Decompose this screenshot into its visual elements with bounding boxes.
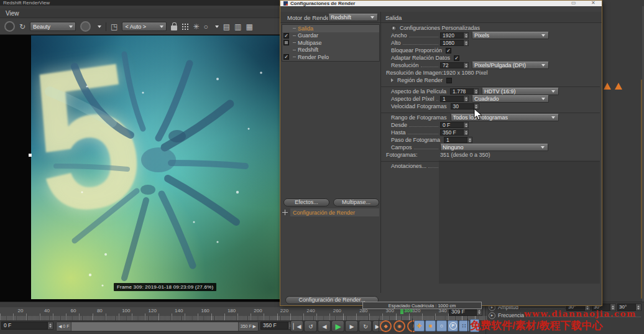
- campos-label: Campos: [391, 144, 412, 151]
- checkbox-render-pelo[interactable]: ✓: [283, 54, 289, 60]
- ruler-tick-20: 20: [18, 308, 24, 313]
- region-crop-icon[interactable]: ◳: [111, 22, 117, 31]
- effects-button[interactable]: Efectos...: [283, 198, 329, 206]
- next-key-button[interactable]: ↻: [359, 320, 372, 332]
- chevron-down-icon: [541, 146, 545, 151]
- auto-mode-dropdown[interactable]: < Auto >: [122, 22, 167, 31]
- hasta-stepper[interactable]: [464, 129, 469, 136]
- record-keyframe-button[interactable]: ◆: [380, 320, 392, 332]
- snapshot-icon[interactable]: [80, 21, 91, 32]
- aspecto-pixel-field[interactable]: 1: [440, 96, 464, 102]
- current-frame-marker[interactable]: [400, 308, 403, 314]
- watermark-url: www.diannaojia.com: [524, 308, 637, 318]
- alto-stepper[interactable]: [464, 40, 469, 46]
- dialog-titlebar[interactable]: Configuraciones de Render ▭ ✕: [280, 1, 602, 6]
- paso-stepper[interactable]: [467, 137, 472, 143]
- go-to-start-button[interactable]: ▏◀: [290, 320, 303, 332]
- resolucion-unit-dropdown[interactable]: Pixels/Pulgada (DPI): [472, 62, 549, 69]
- key-scale-button[interactable]: ■: [425, 320, 436, 332]
- ancho-stepper[interactable]: [464, 32, 469, 39]
- dialog-icon: [283, 1, 288, 6]
- range-grip-end[interactable]: 350 F ▶: [238, 322, 258, 331]
- ancho-unit-dropdown[interactable]: Pixels: [472, 32, 549, 39]
- expand-section-button[interactable]: [391, 26, 397, 31]
- resolucion-stepper[interactable]: [464, 62, 469, 68]
- ruler-tick-160: 160: [201, 308, 209, 313]
- velocidad-field[interactable]: 30: [451, 103, 474, 109]
- reset-icon[interactable]: ▸: [489, 312, 495, 319]
- play-button[interactable]: ▶: [331, 320, 344, 332]
- range-grip-start[interactable]: ◀ 0 F: [57, 322, 71, 331]
- ancho-field[interactable]: 1920: [440, 32, 464, 39]
- chevron-down-icon: [370, 16, 374, 21]
- next-frame-button[interactable]: ▶: [345, 320, 358, 332]
- res-imagen-label: Resolución de Imagen:: [386, 70, 443, 76]
- range-end-field[interactable]: 350 F: [260, 322, 288, 330]
- paso-field[interactable]: 1: [444, 137, 467, 143]
- previous-frame-button[interactable]: ◀: [318, 320, 331, 332]
- render-config-item[interactable]: Configuración de Render: [282, 208, 379, 216]
- layout-b-icon[interactable]: ▥: [234, 22, 241, 31]
- renderview-title: Redshift RenderView: [3, 0, 50, 6]
- bloquear-checkbox[interactable]: ✓: [446, 48, 451, 53]
- render-pass-dropdown[interactable]: Beauty: [30, 22, 76, 31]
- checkbox-guardar[interactable]: ✓: [283, 33, 289, 39]
- checkbox-multipase[interactable]: [283, 40, 289, 45]
- ruler-tick-140: 140: [175, 308, 183, 313]
- range-start-field[interactable]: 0 F: [1, 322, 48, 330]
- hasta-field[interactable]: 350 F: [440, 129, 464, 136]
- chevron-down-icon[interactable]: [98, 26, 101, 30]
- color-pick-icon[interactable]: ○: [203, 22, 208, 31]
- multipass-button[interactable]: Multipase...: [333, 198, 379, 206]
- aspecto-pixel-stepper[interactable]: [464, 96, 469, 102]
- minimize-icon[interactable]: ▭: [571, 1, 576, 6]
- render-engine-dropdown[interactable]: Redshift: [328, 14, 378, 21]
- adaptar-checkbox[interactable]: ✓: [454, 55, 459, 61]
- view-menu[interactable]: View: [6, 10, 19, 17]
- render-config-label: Configuración de Render: [293, 210, 355, 216]
- aspecto-pelicula-unit-dropdown[interactable]: HDTV (16:9): [482, 88, 559, 95]
- sidebar-item-multipase[interactable]: Multipase: [282, 39, 379, 47]
- previous-key-button[interactable]: ↺: [304, 320, 317, 332]
- expander-icon[interactable]: [391, 78, 395, 82]
- desde-stepper[interactable]: [464, 122, 469, 128]
- close-icon[interactable]: ✕: [591, 1, 596, 6]
- aspecto-pixel-label: Aspecto del Píxel: [391, 96, 435, 102]
- chevron-down-icon[interactable]: [215, 26, 219, 30]
- autokey-button[interactable]: ◉: [393, 320, 405, 332]
- key-position-button[interactable]: ✚: [414, 320, 425, 332]
- layout-a-icon[interactable]: ▤: [223, 22, 230, 31]
- sidebar-item-redshift[interactable]: Redshift: [282, 47, 379, 54]
- layout-c-icon[interactable]: ▦: [246, 22, 252, 31]
- desde-field[interactable]: 0 F: [440, 122, 464, 128]
- restart-render-icon[interactable]: ↻: [19, 22, 25, 31]
- aspecto-pelicula-stepper[interactable]: [474, 88, 479, 95]
- lock-icon[interactable]: [171, 26, 177, 30]
- region-checkbox[interactable]: [446, 78, 452, 83]
- campos-dropdown[interactable]: Ninguno: [440, 144, 548, 151]
- ruler-tick-200: 200: [254, 308, 262, 313]
- timeline-ruler[interactable]: 2040608010012014016018020022024026028030…: [0, 307, 487, 321]
- warning-icon[interactable]: [604, 83, 611, 90]
- rango-dropdown[interactable]: Todos los Fotogramas: [451, 114, 559, 121]
- aspecto-pixel-unit-dropdown[interactable]: Cuadrado: [472, 95, 549, 103]
- annotations-area[interactable]: [439, 160, 600, 284]
- alto-field[interactable]: 1080: [440, 40, 464, 46]
- preview-range-slider[interactable]: ◀ 0 F 350 F ▶: [56, 322, 259, 332]
- selection-handle[interactable]: [29, 154, 32, 157]
- render-viewport[interactable]: 5: [31, 35, 281, 299]
- warning-icon[interactable]: [615, 83, 622, 90]
- key-rotation-button[interactable]: ○: [436, 320, 447, 332]
- key-parameter-button[interactable]: P: [448, 320, 458, 332]
- fan-icon[interactable]: ✳: [193, 22, 199, 31]
- grid-icon[interactable]: [182, 23, 188, 30]
- sidebar-item-render-pelo[interactable]: ✓Render Pelo: [282, 53, 379, 61]
- resolucion-field[interactable]: 72: [440, 62, 464, 68]
- aspecto-pelicula-field[interactable]: 1.778: [450, 88, 474, 95]
- start-render-icon[interactable]: [4, 21, 15, 32]
- sidebar-item-guardar[interactable]: ✓Guardar: [282, 32, 379, 40]
- settings-tab-list: Salida✓GuardarMultipaseRedshift✓Render P…: [282, 24, 380, 62]
- sidebar-item-salida[interactable]: Salida: [282, 25, 379, 32]
- range-start-stepper[interactable]: [48, 322, 53, 330]
- render-settings-dialog: Configuraciones de Render ▭ ✕ Motor de R…: [280, 0, 602, 306]
